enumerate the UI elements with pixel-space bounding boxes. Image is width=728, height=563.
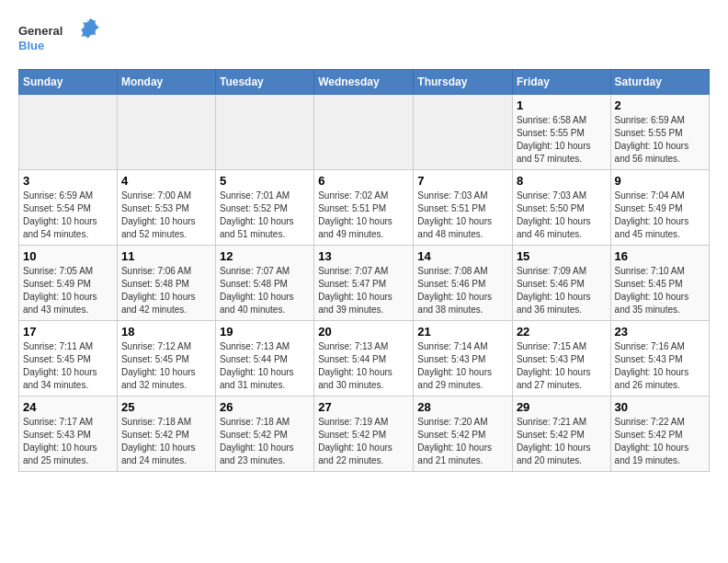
calendar-cell: 15Sunrise: 7:09 AM Sunset: 5:46 PM Dayli… [512, 246, 610, 321]
page-header: General Blue [18, 18, 710, 60]
day-info: Sunrise: 6:58 AM Sunset: 5:55 PM Dayligh… [517, 114, 607, 166]
week-row-4: 17Sunrise: 7:11 AM Sunset: 5:45 PM Dayli… [19, 321, 710, 396]
weekday-header-row: SundayMondayTuesdayWednesdayThursdayFrid… [19, 70, 710, 95]
logo-svg: General Blue [18, 18, 101, 60]
calendar-cell: 5Sunrise: 7:01 AM Sunset: 5:52 PM Daylig… [216, 170, 314, 246]
day-number: 15 [517, 249, 607, 263]
week-row-3: 10Sunrise: 7:05 AM Sunset: 5:49 PM Dayli… [19, 246, 710, 321]
calendar-cell: 27Sunrise: 7:19 AM Sunset: 5:42 PM Dayli… [314, 396, 414, 472]
day-number: 10 [23, 249, 113, 263]
calendar-cell: 1Sunrise: 6:58 AM Sunset: 5:55 PM Daylig… [512, 95, 610, 170]
weekday-header-monday: Monday [117, 70, 215, 95]
day-info: Sunrise: 7:19 AM Sunset: 5:42 PM Dayligh… [318, 416, 409, 467]
calendar-cell: 14Sunrise: 7:08 AM Sunset: 5:46 PM Dayli… [414, 246, 513, 321]
day-info: Sunrise: 7:02 AM Sunset: 5:51 PM Dayligh… [318, 190, 409, 241]
calendar-cell: 10Sunrise: 7:05 AM Sunset: 5:49 PM Dayli… [19, 246, 118, 321]
calendar-cell: 22Sunrise: 7:15 AM Sunset: 5:43 PM Dayli… [512, 321, 610, 396]
calendar-cell [314, 95, 414, 170]
day-info: Sunrise: 7:09 AM Sunset: 5:46 PM Dayligh… [517, 265, 607, 316]
day-info: Sunrise: 7:07 AM Sunset: 5:48 PM Dayligh… [220, 265, 310, 316]
day-info: Sunrise: 7:20 AM Sunset: 5:42 PM Dayligh… [417, 416, 508, 467]
calendar-cell: 17Sunrise: 7:11 AM Sunset: 5:45 PM Dayli… [19, 321, 118, 396]
week-row-2: 3Sunrise: 6:59 AM Sunset: 5:54 PM Daylig… [19, 170, 710, 246]
day-number: 18 [121, 325, 211, 339]
day-number: 21 [417, 325, 508, 339]
day-number: 13 [318, 249, 409, 263]
day-number: 6 [318, 174, 409, 188]
calendar-cell: 28Sunrise: 7:20 AM Sunset: 5:42 PM Dayli… [414, 396, 513, 472]
day-info: Sunrise: 7:13 AM Sunset: 5:44 PM Dayligh… [220, 340, 310, 392]
day-info: Sunrise: 6:59 AM Sunset: 5:55 PM Dayligh… [615, 114, 705, 166]
calendar-cell [216, 95, 314, 170]
weekday-header-thursday: Thursday [414, 70, 513, 95]
day-info: Sunrise: 7:08 AM Sunset: 5:46 PM Dayligh… [417, 265, 508, 316]
day-info: Sunrise: 7:12 AM Sunset: 5:45 PM Dayligh… [121, 340, 211, 392]
calendar-table: SundayMondayTuesdayWednesdayThursdayFrid… [18, 69, 710, 472]
day-number: 22 [517, 325, 607, 339]
day-number: 23 [615, 325, 705, 339]
calendar-cell [117, 95, 215, 170]
calendar-cell: 20Sunrise: 7:13 AM Sunset: 5:44 PM Dayli… [314, 321, 414, 396]
calendar-cell: 16Sunrise: 7:10 AM Sunset: 5:45 PM Dayli… [610, 246, 709, 321]
day-number: 19 [220, 325, 310, 339]
day-info: Sunrise: 7:22 AM Sunset: 5:42 PM Dayligh… [615, 416, 705, 467]
day-number: 28 [417, 400, 508, 414]
day-number: 3 [23, 174, 113, 188]
calendar-cell: 12Sunrise: 7:07 AM Sunset: 5:48 PM Dayli… [216, 246, 314, 321]
calendar-cell: 30Sunrise: 7:22 AM Sunset: 5:42 PM Dayli… [610, 396, 709, 472]
day-info: Sunrise: 7:21 AM Sunset: 5:42 PM Dayligh… [517, 416, 607, 467]
day-number: 8 [517, 174, 607, 188]
day-info: Sunrise: 7:00 AM Sunset: 5:53 PM Dayligh… [121, 190, 211, 241]
calendar-cell: 25Sunrise: 7:18 AM Sunset: 5:42 PM Dayli… [117, 396, 215, 472]
calendar-cell: 26Sunrise: 7:18 AM Sunset: 5:42 PM Dayli… [216, 396, 314, 472]
svg-text:Blue: Blue [18, 39, 44, 52]
day-number: 4 [121, 174, 211, 188]
day-info: Sunrise: 7:01 AM Sunset: 5:52 PM Dayligh… [220, 190, 310, 241]
day-info: Sunrise: 7:05 AM Sunset: 5:49 PM Dayligh… [23, 265, 113, 316]
calendar-cell [19, 95, 118, 170]
day-number: 29 [517, 400, 607, 414]
calendar-cell: 4Sunrise: 7:00 AM Sunset: 5:53 PM Daylig… [117, 170, 215, 246]
day-number: 16 [615, 249, 705, 263]
calendar-cell [414, 95, 513, 170]
day-number: 2 [615, 98, 705, 112]
calendar-cell: 11Sunrise: 7:06 AM Sunset: 5:48 PM Dayli… [117, 246, 215, 321]
day-number: 27 [318, 400, 409, 414]
day-info: Sunrise: 7:03 AM Sunset: 5:50 PM Dayligh… [517, 190, 607, 241]
day-number: 24 [23, 400, 113, 414]
week-row-5: 24Sunrise: 7:17 AM Sunset: 5:43 PM Dayli… [19, 396, 710, 472]
logo: General Blue [18, 18, 101, 60]
day-info: Sunrise: 7:06 AM Sunset: 5:48 PM Dayligh… [121, 265, 211, 316]
day-info: Sunrise: 7:18 AM Sunset: 5:42 PM Dayligh… [220, 416, 310, 467]
day-number: 11 [121, 249, 211, 263]
calendar-cell: 3Sunrise: 6:59 AM Sunset: 5:54 PM Daylig… [19, 170, 118, 246]
day-number: 9 [615, 174, 705, 188]
day-number: 17 [23, 325, 113, 339]
calendar-cell: 18Sunrise: 7:12 AM Sunset: 5:45 PM Dayli… [117, 321, 215, 396]
day-info: Sunrise: 7:18 AM Sunset: 5:42 PM Dayligh… [121, 416, 211, 467]
day-info: Sunrise: 7:13 AM Sunset: 5:44 PM Dayligh… [318, 340, 409, 392]
calendar-cell: 21Sunrise: 7:14 AM Sunset: 5:43 PM Dayli… [414, 321, 513, 396]
calendar-cell: 13Sunrise: 7:07 AM Sunset: 5:47 PM Dayli… [314, 246, 414, 321]
day-info: Sunrise: 7:04 AM Sunset: 5:49 PM Dayligh… [615, 190, 705, 241]
svg-text:General: General [18, 24, 63, 38]
calendar-cell: 6Sunrise: 7:02 AM Sunset: 5:51 PM Daylig… [314, 170, 414, 246]
calendar-cell: 2Sunrise: 6:59 AM Sunset: 5:55 PM Daylig… [610, 95, 709, 170]
day-number: 7 [417, 174, 508, 188]
day-number: 25 [121, 400, 211, 414]
day-number: 14 [417, 249, 508, 263]
weekday-header-tuesday: Tuesday [216, 70, 314, 95]
day-number: 5 [220, 174, 310, 188]
calendar-cell: 19Sunrise: 7:13 AM Sunset: 5:44 PM Dayli… [216, 321, 314, 396]
day-number: 30 [615, 400, 705, 414]
calendar-cell: 29Sunrise: 7:21 AM Sunset: 5:42 PM Dayli… [512, 396, 610, 472]
day-info: Sunrise: 7:16 AM Sunset: 5:43 PM Dayligh… [615, 340, 705, 392]
weekday-header-wednesday: Wednesday [314, 70, 414, 95]
day-number: 12 [220, 249, 310, 263]
day-info: Sunrise: 6:59 AM Sunset: 5:54 PM Dayligh… [23, 190, 113, 241]
day-info: Sunrise: 7:14 AM Sunset: 5:43 PM Dayligh… [417, 340, 508, 392]
day-info: Sunrise: 7:07 AM Sunset: 5:47 PM Dayligh… [318, 265, 409, 316]
day-info: Sunrise: 7:11 AM Sunset: 5:45 PM Dayligh… [23, 340, 113, 392]
calendar-cell: 7Sunrise: 7:03 AM Sunset: 5:51 PM Daylig… [414, 170, 513, 246]
week-row-1: 1Sunrise: 6:58 AM Sunset: 5:55 PM Daylig… [19, 95, 710, 170]
